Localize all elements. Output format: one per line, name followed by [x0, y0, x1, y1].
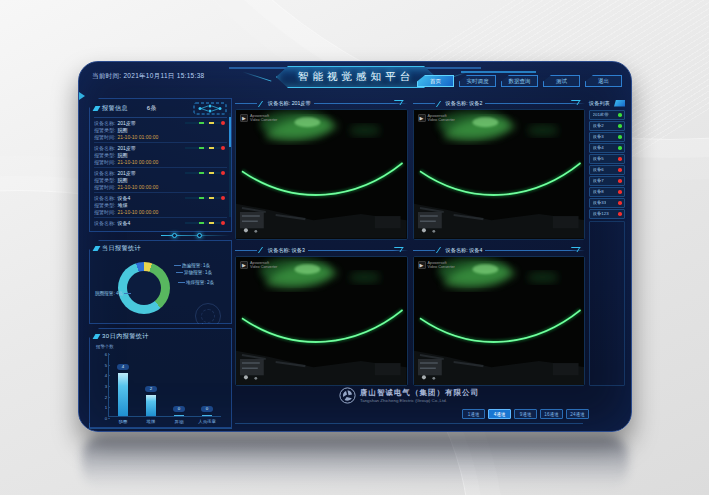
device-list-item-设备3[interactable]: 设备3	[589, 132, 625, 142]
device-panel-title: 设备列表	[589, 100, 610, 107]
video-watermark: ▶ ApowersoftVideo Converter	[240, 261, 277, 270]
company-logo-icon	[339, 387, 356, 404]
video-title: 设备名称: 201皮带	[268, 100, 311, 107]
page-title-frame: 智能视觉感知平台	[276, 66, 436, 88]
video-feed[interactable]: ▶ ApowersoftVideo Converter	[235, 109, 408, 240]
device-list-item-设备2[interactable]: 设备2	[589, 121, 625, 131]
bar-value-label: 4	[117, 364, 129, 370]
channel-button-24通道[interactable]: 24通道	[566, 409, 589, 419]
company-name-en: Tangshan Zhicheng Electric (Group) Co.,L…	[360, 398, 479, 403]
company-brand: 唐山智诚电气（集团）有限公司 Tangshan Zhicheng Electri…	[339, 387, 479, 404]
watermark-icon: ▶	[418, 261, 426, 269]
alarm-count: 6条	[147, 104, 156, 113]
video-feed[interactable]: ▶ ApowersoftVideo Converter	[413, 109, 586, 240]
nav-button-首页[interactable]: 首页	[417, 75, 454, 87]
alarm-scrollbar[interactable]	[229, 113, 231, 217]
channel-switcher: 1通道4通道9通道16通道24通道	[462, 409, 589, 419]
nav-decor-line	[461, 71, 536, 73]
video-frame	[414, 110, 585, 239]
alarm-list-item[interactable]: 设备名称:201皮带报警类型:脱圈报警时间:21-10-10 00:00:00	[94, 168, 227, 193]
channel-button-16通道[interactable]: 16通道	[540, 409, 563, 419]
video-feed[interactable]: ▶ ApowersoftVideo Converter	[413, 256, 586, 387]
donut-label: 跑偏报警: 1条	[174, 263, 210, 268]
page-title: 智能视觉感知平台	[298, 70, 414, 84]
device-status-dot	[618, 179, 622, 183]
y-axis-tick: 4	[100, 373, 107, 378]
device-panel-tab[interactable]	[614, 100, 625, 107]
donut-label: 堆煤报警: 2条	[178, 280, 214, 285]
device-name: 设备3	[593, 134, 604, 139]
device-list-item-设备8[interactable]: 设备8	[589, 187, 625, 197]
monthly-stats-title: 30日内报警统计	[94, 332, 227, 341]
device-list: 201皮带设备2设备3设备4设备5设备6设备7设备8设备33设备123	[589, 110, 625, 219]
current-time: 当前时间: 2021年10月11日 15:15:38	[92, 72, 204, 81]
nav-button-实时调度[interactable]: 实时调度	[459, 75, 496, 87]
donut-chart	[118, 262, 170, 314]
device-list-item-设备6[interactable]: 设备6	[589, 165, 625, 175]
header-decor-line	[229, 67, 289, 69]
alarm-time: 报警时间:21-10-10 00:00:00	[94, 209, 227, 216]
dashboard-reflection	[82, 436, 628, 488]
watermark-icon: ▶	[418, 114, 426, 122]
channel-button-4通道[interactable]: 4通道	[488, 409, 511, 419]
nav-button-测试[interactable]: 测试	[543, 75, 580, 87]
device-list-item-设备4[interactable]: 设备4	[589, 143, 625, 153]
device-list-item-设备33[interactable]: 设备33	[589, 198, 625, 208]
video-side-accent	[584, 123, 585, 139]
device-status-dot	[618, 201, 622, 205]
page-background: 当前时间: 2021年10月11日 15:15:38 智能视觉感知平台 首页实时…	[0, 0, 709, 495]
device-list-item-设备7[interactable]: 设备7	[589, 176, 625, 186]
video-frame	[414, 257, 585, 386]
video-grid: 设备名称: 201皮带 ▶ ApowersoftVideo Converter …	[235, 98, 585, 386]
alarm-status-indicator	[185, 172, 225, 174]
alarm-status-indicator	[185, 122, 225, 124]
device-status-dot	[618, 146, 622, 150]
nav-button-退出[interactable]: 退出	[585, 75, 622, 87]
footer-decor-line	[235, 423, 583, 424]
edge-accent	[79, 92, 85, 100]
alarm-list-item[interactable]: 设备名称:201皮带报警类型:脱圈报警时间:21-10-10 01:00:00	[94, 118, 227, 143]
alarm-list-item[interactable]: 设备名称:设备4报警类型:堆煤报警时间:21-10-10 00:00:00	[94, 218, 227, 226]
channel-button-9通道[interactable]: 9通道	[514, 409, 537, 419]
video-panel-header: 设备名称: 设备2	[413, 98, 586, 109]
donut-label: 异物报警: 1条	[176, 270, 212, 275]
ghost-logo-watermark	[195, 303, 221, 329]
daily-alarm-stats-section: 当日报警统计 跑偏报警: 1条 异物报警: 1条 堆煤报警: 2条 脱圈报警: …	[89, 240, 232, 324]
video-frame	[236, 110, 407, 239]
video-panel-header: 设备名称: 设备3	[235, 245, 408, 256]
donut-chart-area: 跑偏报警: 1条 异物报警: 1条 堆煤报警: 2条 脱圈报警: 4条	[94, 253, 227, 323]
device-list-item-201皮带[interactable]: 201皮带	[589, 110, 625, 120]
video-frame	[236, 257, 407, 386]
video-side-accent	[584, 270, 585, 286]
alarm-list-item[interactable]: 设备名称:201皮带报警类型:脱圈报警时间:21-10-10 00:00:00	[94, 143, 227, 168]
device-list-item-设备5[interactable]: 设备5	[589, 154, 625, 164]
device-name: 设备2	[593, 123, 604, 128]
video-side-accent	[407, 270, 408, 286]
video-title: 设备名称: 设备2	[446, 100, 483, 107]
video-feed[interactable]: ▶ ApowersoftVideo Converter	[235, 256, 408, 387]
section-link-decor	[91, 232, 230, 239]
device-status-dot	[618, 190, 622, 194]
top-nav: 首页实时调度数据查询测试退出	[417, 75, 622, 87]
video-watermark: ▶ ApowersoftVideo Converter	[418, 261, 455, 270]
title-decor-left	[243, 71, 272, 81]
nav-button-数据查询[interactable]: 数据查询	[501, 75, 538, 87]
dashboard-window: 当前时间: 2021年10月11日 15:15:38 智能视觉感知平台 首页实时…	[78, 61, 632, 432]
video-panel-3: 设备名称: 设备3 ▶ ApowersoftVideo Converter	[235, 245, 408, 387]
alarm-list-item[interactable]: 设备名称:设备4报警类型:堆煤报警时间:21-10-10 00:00:00	[94, 193, 227, 218]
alarm-list: 设备名称:201皮带报警类型:脱圈报警时间:21-10-10 01:00:00设…	[94, 118, 227, 226]
video-panel-1: 设备名称: 201皮带 ▶ ApowersoftVideo Converter	[235, 98, 408, 240]
device-name: 设备6	[593, 167, 604, 172]
alarm-status-indicator	[185, 147, 225, 149]
watermark-icon: ▶	[240, 261, 248, 269]
device-status-dot	[618, 124, 622, 128]
y-axis-tick: 6	[100, 352, 107, 357]
watermark-icon: ▶	[240, 114, 248, 122]
device-name: 设备5	[593, 156, 604, 161]
alarm-info-section: 报警信息 6条 设备名称:201皮带报警类型:脱圈报警时间:21-10-10 0…	[89, 98, 232, 232]
channel-button-1通道[interactable]: 1通道	[462, 409, 485, 419]
alarm-status-indicator	[185, 222, 225, 224]
device-panel-header: 设备列表	[589, 98, 625, 108]
device-list-item-设备123[interactable]: 设备123	[589, 209, 625, 219]
video-title: 设备名称: 设备3	[268, 247, 305, 254]
